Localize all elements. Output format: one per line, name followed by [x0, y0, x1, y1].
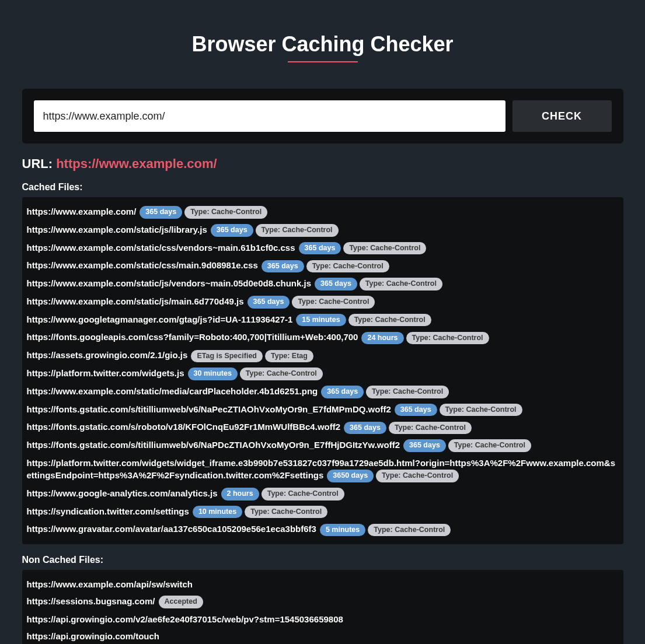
type-badge: Type: Cache-Control [240, 368, 323, 380]
check-button[interactable]: CHECK [512, 100, 612, 132]
cached-file-row: https://www.example.com/static/css/main.… [27, 257, 619, 275]
duration-badge: 365 days [315, 278, 357, 290]
file-url: https://syndication.twitter.com/settings [27, 506, 189, 516]
cached-file-row: https://platform.twitter.com/widgets/wid… [27, 454, 619, 485]
cached-files-label: Cached Files: [22, 182, 623, 192]
cached-file-row: https://www.example.com/static/js/main.6… [27, 293, 619, 311]
duration-badge: 10 minutes [193, 506, 242, 519]
file-url: https://platform.twitter.com/widgets.js [27, 368, 184, 378]
type-badge: Type: Cache-Control [343, 242, 426, 255]
cached-file-row: https://fonts.gstatic.com/s/roboto/v18/K… [27, 418, 619, 436]
result-url-value: https://www.example.com/ [56, 156, 217, 171]
cached-file-row: https://www.example.com/static/js/librar… [27, 221, 619, 239]
type-badge: Type: Cache-Control [406, 332, 489, 345]
cached-file-row: https://fonts.gstatic.com/s/titilliumweb… [27, 401, 619, 419]
file-url: https://fonts.googleapis.com/css?family=… [27, 332, 358, 342]
etag-badge: ETag is Specified [191, 350, 263, 363]
duration-badge: 24 hours [361, 332, 403, 345]
duration-badge: 3650 days [327, 470, 374, 482]
file-url: https://www.example.com/static/js/main.6… [27, 296, 244, 306]
file-url: https://www.example.com/api/sw/switch [27, 579, 193, 589]
type-badge: Type: Cache-Control [292, 296, 375, 309]
type-badge: Type: Cache-Control [448, 439, 531, 452]
type-badge: Type: Cache-Control [262, 488, 344, 501]
type-badge: Type: Cache-Control [348, 314, 431, 327]
cached-file-row: https://platform.twitter.com/widgets.js3… [27, 365, 619, 383]
noncached-file-row: https://api.growingio.com/v2/ae6fe2e40f3… [27, 611, 619, 628]
type-badge: Type: Etag [265, 350, 313, 363]
type-badge: Type: Cache-Control [256, 224, 339, 237]
file-url: https://api.growingio.com/touch [27, 631, 159, 641]
duration-badge: 30 minutes [188, 368, 238, 380]
file-url: https://fonts.gstatic.com/s/titilliumweb… [27, 404, 391, 414]
type-badge: Type: Cache-Control [389, 422, 472, 435]
duration-badge: 365 days [140, 206, 182, 219]
noncached-file-row: https://sessions.bugsnag.com/Accepted [27, 593, 619, 611]
search-panel: CHECK [22, 89, 623, 144]
cached-file-row: https://www.example.com/static/media/car… [27, 383, 619, 401]
duration-badge: 365 days [211, 224, 253, 237]
result-url-line: URL: https://www.example.com/ [22, 156, 623, 172]
type-badge: Type: Cache-Control [376, 470, 459, 482]
noncached-files-label: Non Cached Files: [22, 555, 623, 565]
file-url: https://www.example.com/static/js/librar… [27, 225, 207, 235]
file-url: https://www.example.com/static/css/vendo… [27, 243, 295, 253]
url-input[interactable] [34, 100, 505, 132]
cached-files-box: https://www.example.com/365 daysType: Ca… [22, 197, 623, 544]
noncached-files-box: https://www.example.com/api/sw/switchhtt… [22, 570, 623, 644]
page-title: Browser Caching Checker [22, 32, 623, 57]
file-url: https://www.example.com/static/media/car… [27, 386, 318, 396]
cached-file-row: https://www.example.com/static/js/vendor… [27, 275, 619, 293]
duration-badge: 2 hours [221, 488, 259, 501]
duration-badge: 365 days [247, 296, 290, 309]
cached-file-row: https://www.example.com/static/css/vendo… [27, 239, 619, 257]
duration-badge: 365 days [321, 386, 364, 398]
file-url: https://www.google-analytics.com/analyti… [27, 488, 218, 498]
duration-badge: 5 minutes [320, 524, 365, 537]
status-badge: Accepted [159, 596, 203, 608]
cached-file-row: https://assets.growingio.com/2.1/gio.jsE… [27, 346, 619, 365]
duration-badge: 365 days [299, 242, 341, 255]
cached-file-row: https://fonts.googleapis.com/css?family=… [27, 328, 619, 346]
file-url: https://api.growingio.com/v2/ae6fe2e40f3… [27, 614, 343, 624]
file-url: https://assets.growingio.com/2.1/gio.js [27, 350, 188, 360]
duration-badge: 365 days [403, 439, 446, 452]
title-underline [288, 61, 358, 62]
type-badge: Type: Cache-Control [306, 260, 389, 273]
type-badge: Type: Cache-Control [366, 386, 449, 398]
file-url: https://platform.twitter.com/widgets/wid… [27, 458, 616, 480]
result-url-label: URL: [22, 156, 57, 171]
noncached-file-row: https://api.growingio.com/touch [27, 628, 619, 644]
file-url: https://www.example.com/static/css/main.… [27, 260, 258, 270]
duration-badge: 15 minutes [296, 314, 346, 327]
cached-file-row: https://www.google-analytics.com/analyti… [27, 485, 619, 503]
cached-file-row: https://www.gravatar.com/avatar/aa137c65… [27, 520, 619, 538]
file-url: https://fonts.gstatic.com/s/titilliumweb… [27, 440, 400, 450]
file-url: https://www.googletagmanager.com/gtag/js… [27, 314, 293, 324]
duration-badge: 365 days [262, 260, 304, 273]
cached-file-row: https://syndication.twitter.com/settings… [27, 503, 619, 521]
type-badge: Type: Cache-Control [360, 278, 442, 290]
type-badge: Type: Cache-Control [184, 206, 267, 219]
type-badge: Type: Cache-Control [245, 506, 327, 519]
file-url: https://fonts.gstatic.com/s/roboto/v18/K… [27, 422, 341, 432]
file-url: https://www.gravatar.com/avatar/aa137c65… [27, 524, 316, 534]
file-url: https://www.example.com/ [27, 206, 137, 216]
file-url: https://sessions.bugsnag.com/ [27, 596, 155, 606]
cached-file-row: https://www.example.com/365 daysType: Ca… [27, 203, 619, 221]
cached-file-row: https://fonts.gstatic.com/s/titilliumweb… [27, 436, 619, 454]
file-url: https://www.example.com/static/js/vendor… [27, 278, 312, 288]
cached-file-row: https://www.googletagmanager.com/gtag/js… [27, 311, 619, 329]
noncached-file-row: https://www.example.com/api/sw/switch [27, 576, 619, 593]
type-badge: Type: Cache-Control [368, 524, 451, 537]
duration-badge: 365 days [344, 422, 386, 435]
duration-badge: 365 days [395, 404, 437, 416]
type-badge: Type: Cache-Control [440, 404, 522, 416]
